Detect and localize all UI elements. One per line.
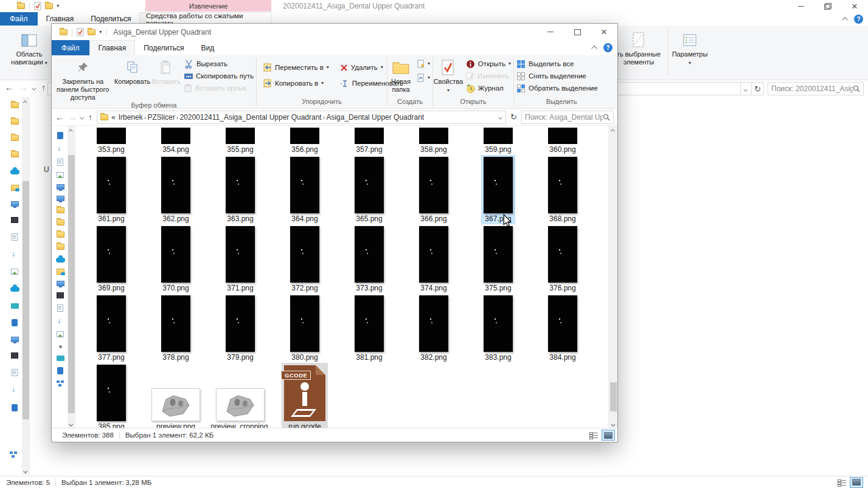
tab-file[interactable]: Файл xyxy=(0,12,38,26)
file-item[interactable]: 367.png xyxy=(466,155,530,224)
move-to-button[interactable]: Переместить в▾ xyxy=(260,61,332,74)
file-item[interactable]: 355.png xyxy=(208,126,273,155)
address-dropdown-icon[interactable] xyxy=(498,115,502,120)
video-icon[interactable] xyxy=(57,356,64,361)
easy-access-button[interactable]: ▾ xyxy=(414,72,432,84)
pictures-icon[interactable] xyxy=(11,269,18,275)
file-item[interactable]: 362.png xyxy=(144,155,208,224)
maximize-button[interactable] xyxy=(564,24,591,40)
file-item[interactable]: 357.png xyxy=(337,126,401,155)
collapse-ribbon-icon[interactable] xyxy=(591,46,597,52)
tab-share[interactable]: Поделиться xyxy=(135,40,192,55)
documents-icon[interactable] xyxy=(57,159,63,166)
background-search-box[interactable] xyxy=(768,82,864,95)
scroll-down-icon[interactable] xyxy=(68,419,75,428)
file-item[interactable]: 371.png xyxy=(208,224,273,294)
scroll-up-icon[interactable] xyxy=(22,97,30,106)
file-item[interactable]: 353.png xyxy=(79,126,144,155)
scroll-down-icon[interactable] xyxy=(22,466,30,475)
select-all-button[interactable]: Выделить все xyxy=(514,58,600,70)
up-button[interactable]: ↑ xyxy=(41,83,46,92)
paste-button[interactable]: Вставить xyxy=(151,55,182,86)
documents-icon[interactable] xyxy=(57,304,63,312)
customize-qat-icon[interactable]: ▾ xyxy=(57,4,59,9)
folder-icon[interactable] xyxy=(57,219,64,225)
paste-shortcut-button[interactable]: Вставить ярлык xyxy=(182,82,256,94)
pictures-icon[interactable] xyxy=(57,172,64,178)
back-button[interactable]: ← xyxy=(5,83,13,92)
cut-button[interactable]: Вырезать xyxy=(182,58,256,70)
file-item[interactable]: GCODErun.gcode xyxy=(273,363,337,428)
copy-path-button[interactable]: Скопировать путь xyxy=(182,70,256,82)
copy-button[interactable]: Копировать xyxy=(114,55,150,86)
forward-button[interactable]: → xyxy=(68,112,77,122)
file-item[interactable]: 384.png xyxy=(530,294,595,363)
breadcrumb-segment[interactable]: Asiga_Dental Upper Quadrant xyxy=(326,113,424,122)
file-item[interactable]: 368.png xyxy=(530,155,595,224)
onedrive-icon[interactable] xyxy=(10,170,19,174)
file-item[interactable]: 374.png xyxy=(401,224,466,294)
onedrive-icon[interactable] xyxy=(10,287,19,292)
address-dropdown-icon[interactable] xyxy=(741,82,752,95)
customize-qat-icon[interactable]: ▾ xyxy=(99,30,102,35)
help-icon[interactable]: ? xyxy=(854,15,863,24)
file-item[interactable]: 376.png xyxy=(530,224,595,294)
search-input[interactable] xyxy=(771,84,853,93)
forward-button[interactable]: → xyxy=(19,83,27,92)
restore-button[interactable] xyxy=(814,0,841,12)
videos-icon[interactable] xyxy=(57,292,64,298)
address-bar[interactable]: « Irbenek›PZSlicer›2020012411_Asiga_Dent… xyxy=(97,111,506,124)
file-item[interactable]: 366.png xyxy=(401,155,466,224)
pictures-icon[interactable] xyxy=(57,331,64,337)
file-item[interactable]: 382.png xyxy=(401,294,466,363)
this-pc-icon[interactable] xyxy=(11,201,19,207)
file-item[interactable]: 363.png xyxy=(208,155,273,224)
this-pc-icon[interactable] xyxy=(57,281,64,286)
file-item[interactable]: 370.png xyxy=(144,224,208,294)
new-item-button[interactable]: ▾ xyxy=(414,58,432,70)
properties-check-icon[interactable] xyxy=(34,2,41,10)
nav-scrollbar[interactable] xyxy=(68,126,75,428)
help-icon[interactable]: ? xyxy=(603,43,613,52)
file-item[interactable]: 383.png xyxy=(466,294,530,363)
search-box[interactable] xyxy=(521,111,614,124)
folder-icon[interactable] xyxy=(11,119,19,125)
breadcrumb-separator-icon[interactable]: › xyxy=(322,114,327,121)
file-item[interactable]: preview.png xyxy=(144,363,208,428)
background-nav-scrollbar[interactable] xyxy=(22,97,30,475)
folder-sync-icon[interactable] xyxy=(57,269,64,275)
recent-locations-icon[interactable] xyxy=(32,86,36,90)
folder-icon[interactable] xyxy=(11,151,19,157)
file-item[interactable]: 361.png xyxy=(79,155,144,224)
titlebar[interactable]: | ▾ | Asiga_Dental Upper Quadrant ✕ xyxy=(52,24,617,40)
refresh-icon[interactable]: ↻ xyxy=(510,112,517,122)
search-input[interactable] xyxy=(525,113,603,122)
open-button[interactable]: Открыть▾ xyxy=(464,58,513,70)
documents-icon[interactable] xyxy=(12,233,18,241)
file-item[interactable]: preview_cropping.png xyxy=(208,363,273,428)
file-item[interactable]: 378.png xyxy=(144,294,208,363)
breadcrumb-segment[interactable]: Irbenek xyxy=(119,113,143,122)
videos-icon[interactable] xyxy=(11,217,18,223)
folder-icon[interactable] xyxy=(60,29,68,35)
properties-button[interactable]: Свойства▾ xyxy=(433,55,464,94)
network-icon[interactable] xyxy=(57,380,64,387)
pin-to-quick-access-button[interactable]: Закрепить на панели быстрого доступа xyxy=(52,55,114,101)
folder-icon[interactable] xyxy=(57,207,64,213)
scroll-thumb[interactable] xyxy=(68,155,75,413)
this-pc-icon[interactable] xyxy=(57,184,64,190)
up-button[interactable]: ↑ xyxy=(88,112,92,122)
edit-button[interactable]: Изменить xyxy=(464,70,513,82)
file-item[interactable]: 360.png xyxy=(530,126,595,155)
file-item[interactable]: 373.png xyxy=(337,224,401,294)
file-item[interactable]: 380.png xyxy=(273,294,337,363)
invert-selection-button[interactable]: Обратить выделение xyxy=(514,82,600,94)
scroll-up-icon[interactable] xyxy=(68,126,75,134)
thumbnails-view-icon[interactable] xyxy=(602,430,615,441)
file-item[interactable]: 369.png xyxy=(79,224,144,294)
file-item[interactable]: 379.png xyxy=(208,294,273,363)
folder-sync-icon[interactable] xyxy=(11,185,19,191)
recent-locations-icon[interactable] xyxy=(80,115,84,120)
documents-icon[interactable] xyxy=(12,369,18,376)
minimize-button[interactable] xyxy=(537,24,564,40)
